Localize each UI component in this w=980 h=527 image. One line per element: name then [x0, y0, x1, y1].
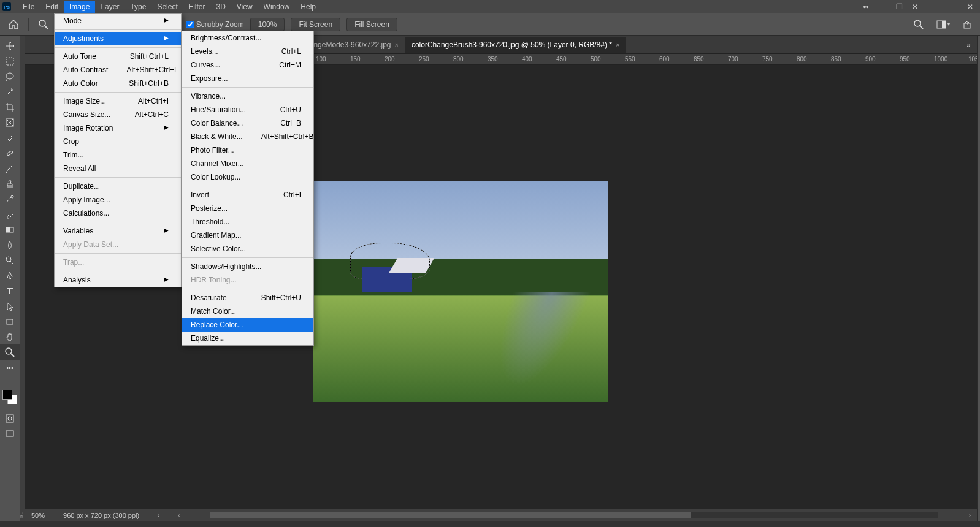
color-swatches[interactable]	[2, 390, 17, 404]
tool-stamp[interactable]	[0, 176, 20, 191]
menu-item[interactable]: Threshold...	[182, 215, 313, 229]
menu-item[interactable]: Auto ContrastAlt+Shift+Ctrl+L	[55, 63, 181, 77]
tool-dodge[interactable]	[0, 252, 20, 268]
menu-item[interactable]: Black & White...Alt+Shift+Ctrl+B	[182, 130, 313, 143]
fill-screen-button[interactable]: Fill Screen	[346, 18, 397, 31]
minimize-window-icon[interactable]: ‒	[931, 2, 946, 11]
close-inner-icon[interactable]: ✕	[908, 2, 922, 11]
menu-item[interactable]: DesaturateShift+Ctrl+U	[182, 291, 313, 305]
tool-rectangle[interactable]	[0, 314, 20, 329]
fg-color-swatch[interactable]	[2, 390, 12, 400]
menu-item[interactable]: Replace Color...	[182, 318, 313, 332]
menu-item[interactable]: Curves...Ctrl+M	[182, 58, 313, 72]
menu-item[interactable]: HDR Toning...	[182, 273, 313, 287]
menu-item[interactable]: Channel Mixer...	[182, 157, 313, 170]
menu-type[interactable]: Type	[124, 1, 151, 13]
menu-edit[interactable]: Edit	[40, 1, 64, 13]
tool-frame[interactable]	[0, 115, 20, 130]
share-icon[interactable]	[960, 17, 975, 32]
tool-edit-toolbar[interactable]	[0, 375, 20, 386]
menu-item[interactable]: Variables▶	[55, 224, 181, 238]
menu-item[interactable]: Auto ColorShift+Ctrl+B	[55, 77, 181, 90]
horizontal-scrollbar[interactable]	[210, 512, 938, 518]
tool-blur[interactable]	[0, 237, 20, 252]
menu-item[interactable]: Vibrance...	[182, 89, 313, 103]
minimize-inner-icon[interactable]: ‒	[876, 2, 890, 11]
menu-item[interactable]: Mode▶	[55, 14, 181, 28]
menu-item[interactable]: Crop	[55, 135, 181, 148]
menu-item[interactable]: Apply Data Set...	[55, 238, 181, 251]
menu-item[interactable]: Canvas Size...Alt+Ctrl+C	[55, 108, 181, 121]
menu-item[interactable]: Image Rotation▶	[55, 121, 181, 135]
restore-inner-icon[interactable]: ❐	[892, 2, 906, 11]
quickmask-icon[interactable]	[0, 411, 20, 426]
menu-item[interactable]: InvertCtrl+I	[182, 188, 313, 202]
menu-view[interactable]: View	[231, 1, 258, 13]
tool-pen[interactable]	[0, 268, 20, 283]
scroll-right-icon[interactable]: ›	[969, 512, 971, 518]
menu-item[interactable]: Posterize...	[182, 202, 313, 215]
menu-item[interactable]: Auto ToneShift+Ctrl+L	[55, 50, 181, 63]
menu-item[interactable]: Brightness/Contrast...	[182, 31, 313, 45]
tool-history-brush[interactable]	[0, 191, 20, 207]
scrubby-zoom-checkbox[interactable]: Scrubby Zoom	[186, 20, 244, 29]
menu-help[interactable]: Help	[295, 1, 321, 13]
zoom-100-button[interactable]: 100%	[250, 18, 285, 31]
close-tab-icon[interactable]: ×	[616, 41, 619, 48]
scroll-left-icon[interactable]: ‹	[178, 512, 180, 518]
menu-3d[interactable]: 3D	[210, 1, 231, 13]
cloud-status-icon[interactable]: ●●	[863, 4, 868, 10]
menu-item[interactable]: Shadows/Highlights...	[182, 260, 313, 273]
menu-item[interactable]: Hue/Saturation...Ctrl+U	[182, 103, 313, 116]
menu-layer[interactable]: Layer	[95, 1, 124, 13]
menu-item[interactable]: Image Size...Alt+Ctrl+I	[55, 94, 181, 108]
tool-lasso[interactable]	[0, 69, 20, 84]
menu-item[interactable]: Apply Image...	[55, 193, 181, 207]
menu-item[interactable]: Levels...Ctrl+L	[182, 45, 313, 58]
tool-heal[interactable]	[0, 145, 20, 161]
menu-item[interactable]: Trim...	[55, 148, 181, 162]
tool-more-icon[interactable]: •••	[0, 360, 20, 375]
menu-item[interactable]: Color Lookup...	[182, 170, 313, 184]
status-doc-info[interactable]: 960 px x 720 px (300 ppi)	[63, 512, 139, 519]
home-button[interactable]	[5, 17, 22, 32]
tool-eraser[interactable]	[0, 207, 20, 222]
tool-brush[interactable]	[0, 161, 20, 176]
current-tool-zoom-icon[interactable]	[35, 17, 52, 32]
tool-gradient[interactable]	[0, 222, 20, 237]
screenmode-icon[interactable]	[0, 426, 20, 441]
fit-screen-button[interactable]: Fit Screen	[291, 18, 340, 31]
menu-item[interactable]: Adjustments▶	[55, 32, 181, 45]
workspace-switcher-icon[interactable]: ▾	[936, 17, 951, 32]
tool-wand[interactable]	[0, 84, 20, 99]
menu-file[interactable]: File	[17, 1, 40, 13]
menu-item[interactable]: Match Color...	[182, 305, 313, 318]
tabs-overflow-icon[interactable]: »	[960, 40, 977, 49]
tool-path-select[interactable]	[0, 298, 20, 314]
menu-select[interactable]: Select	[151, 1, 183, 13]
tool-type[interactable]	[0, 283, 20, 298]
close-tab-icon[interactable]: ×	[394, 41, 398, 48]
menu-item[interactable]: Photo Filter...	[182, 143, 313, 157]
menu-item[interactable]: Analysis▶	[55, 273, 181, 287]
menu-filter[interactable]: Filter	[183, 1, 211, 13]
menu-image[interactable]: Image	[64, 1, 95, 13]
menu-item[interactable]: Color Balance...Ctrl+B	[182, 116, 313, 130]
menu-item[interactable]: Equalize...	[182, 332, 313, 345]
canvas-image[interactable]	[313, 181, 608, 402]
menu-item[interactable]: Trap...	[55, 256, 181, 269]
tool-move[interactable]	[0, 38, 20, 53]
close-window-icon[interactable]: ✕	[963, 2, 978, 11]
status-chevron-icon[interactable]: ›	[158, 512, 159, 518]
status-zoom[interactable]: 50%	[31, 512, 45, 519]
tool-marquee[interactable]	[0, 53, 20, 69]
tool-eyedropper[interactable]	[0, 130, 20, 145]
menu-item[interactable]: Exposure...	[182, 72, 313, 85]
maximize-window-icon[interactable]: ☐	[947, 2, 962, 11]
search-icon[interactable]	[911, 17, 926, 32]
document-tab[interactable]: colorChangeBrush3-960x720.jpg @ 50% (Lay…	[405, 37, 626, 53]
menu-item[interactable]: Calculations...	[55, 207, 181, 220]
tool-hand[interactable]	[0, 329, 20, 344]
menu-item[interactable]: Gradient Map...	[182, 229, 313, 242]
menu-item[interactable]: Selective Color...	[182, 242, 313, 256]
